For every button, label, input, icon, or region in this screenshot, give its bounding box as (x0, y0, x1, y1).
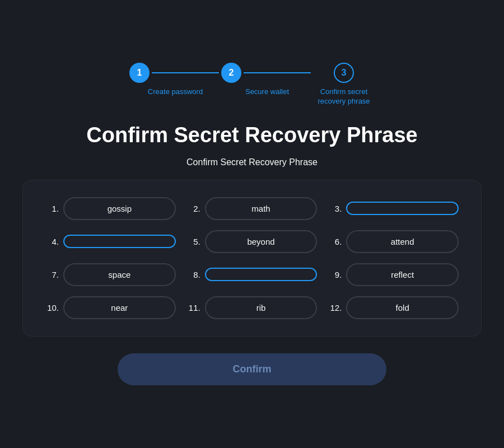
phrase-word-5: beyond (205, 230, 318, 253)
phrase-word-11: rib (205, 296, 318, 319)
phrase-number-3: 3. (328, 204, 342, 213)
phrase-number-8: 8. (187, 270, 200, 279)
step-line-2 (244, 72, 311, 73)
phrase-number-5: 5. (187, 237, 200, 246)
phrase-word-12: fold (346, 296, 459, 319)
phrase-number-2: 2. (187, 204, 200, 213)
step-2-label: Secure wallet (245, 87, 289, 97)
phrase-word-1: gossip (63, 197, 176, 220)
phrase-number-9: 9. (328, 270, 342, 279)
phrase-number-10: 10. (45, 303, 59, 312)
phrase-item-5: 5.beyond (187, 230, 318, 253)
phrase-item-7: 7.space (45, 263, 176, 286)
phrase-item-11: 11.rib (187, 296, 318, 319)
phrase-number-6: 6. (328, 237, 342, 246)
step-1-label: Create password (148, 87, 203, 97)
step-3-circle: 3 (334, 63, 354, 83)
phrase-item-8: 8. (187, 263, 318, 286)
phrase-word-3[interactable] (346, 202, 459, 215)
phrase-item-1: 1.gossip (45, 197, 176, 220)
phrase-card: 1.gossip2.math3.4.5.beyond6.attend7.spac… (22, 180, 482, 337)
page-subtitle: Confirm Secret Recovery Phrase (186, 157, 318, 167)
phrase-item-3: 3. (328, 197, 459, 220)
phrase-word-4[interactable] (63, 235, 176, 248)
phrase-number-7: 7. (45, 270, 59, 279)
phrase-number-4: 4. (45, 237, 59, 246)
step-1-circle: 1 (129, 63, 150, 83)
phrase-item-4: 4. (45, 230, 176, 253)
phrase-number-1: 1. (45, 204, 59, 213)
main-container: 1 Create password 2 Secure wallet 3 Conf… (22, 63, 482, 385)
phrase-word-10: near (63, 296, 176, 319)
phrase-word-7: space (63, 263, 176, 286)
confirm-button[interactable]: Confirm (118, 353, 386, 385)
step-3-label: Confirm secret recovery phrase (313, 87, 375, 106)
phrase-word-8[interactable] (205, 268, 318, 281)
step-line-1 (152, 72, 219, 73)
step-3: 3 Confirm secret recovery phrase (313, 63, 375, 106)
phrase-item-9: 9.reflect (328, 263, 459, 286)
phrase-grid: 1.gossip2.math3.4.5.beyond6.attend7.spac… (45, 197, 459, 319)
phrase-word-6: attend (346, 230, 459, 253)
step-2-circle: 2 (221, 63, 241, 83)
phrase-item-10: 10.near (45, 296, 176, 319)
page-title: Confirm Secret Recovery Phrase (86, 123, 417, 147)
phrase-item-12: 12.fold (328, 296, 459, 319)
phrase-word-2: math (205, 197, 318, 220)
phrase-item-2: 2.math (187, 197, 318, 220)
stepper: 1 Create password 2 Secure wallet 3 Conf… (129, 63, 375, 106)
phrase-number-12: 12. (328, 303, 342, 312)
phrase-number-11: 11. (187, 303, 200, 312)
phrase-word-9: reflect (346, 263, 459, 286)
phrase-item-6: 6.attend (328, 230, 459, 253)
step-2: 2 Secure wallet (221, 63, 313, 97)
step-1: 1 Create password (129, 63, 221, 97)
